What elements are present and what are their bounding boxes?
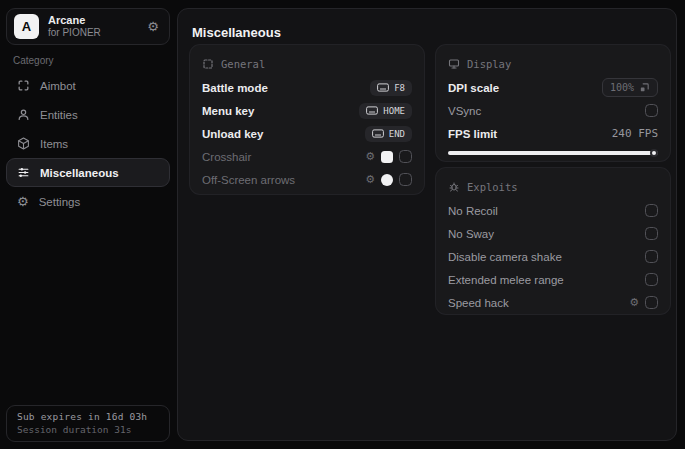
page-title: Miscellaneous <box>192 25 281 40</box>
display-header: Display <box>467 58 511 70</box>
sidebar-item-miscellaneous[interactable]: Miscellaneous <box>6 158 170 187</box>
menu-key-keybind[interactable]: HOME <box>359 103 412 119</box>
fps-slider-knob[interactable] <box>650 149 658 157</box>
keyboard-icon <box>372 129 384 138</box>
speed-hack-checkbox[interactable] <box>645 296 658 309</box>
unload-key-row: Unload key END <box>202 122 412 145</box>
display-card: Display DPI scale 100% VSync FPS limit 2… <box>436 45 670 161</box>
monitor-icon <box>448 58 460 70</box>
crosshair-color-swatch[interactable] <box>381 151 393 163</box>
crosshair-checkbox[interactable] <box>399 150 412 163</box>
exploits-header: Exploits <box>467 181 518 193</box>
keyboard-icon <box>377 83 389 92</box>
box-icon <box>17 137 30 150</box>
sidebar-nav: Aimbot Entities Items <box>6 71 170 216</box>
general-card: General Battle mode F8 Menu key <box>190 45 424 194</box>
fps-limit-row: FPS limit 240 FPS <box>448 122 658 145</box>
crosshair-settings-gear-icon[interactable]: ⚙ <box>365 151 375 162</box>
dpi-scale-label: DPI scale <box>448 82 596 94</box>
bug-icon <box>448 181 460 193</box>
sidebar-item-label: Miscellaneous <box>40 167 119 179</box>
offscreen-arrows-settings-gear-icon[interactable]: ⚙ <box>365 174 375 185</box>
disable-camera-shake-row: Disable camera shake <box>448 245 658 268</box>
offscreen-arrows-label: Off-Screen arrows <box>202 174 359 186</box>
sidebar-item-label: Entities <box>40 109 78 121</box>
no-sway-row: No Sway <box>448 222 658 245</box>
menu-key-row: Menu key HOME <box>202 99 412 122</box>
sub-expiry-text: Sub expires in 16d 03h <box>17 411 159 422</box>
extended-melee-range-checkbox[interactable] <box>645 273 658 286</box>
no-recoil-checkbox[interactable] <box>645 204 658 217</box>
logo-card: A Arcane for PIONER ⚙ <box>6 8 170 45</box>
offscreen-arrows-row: Off-Screen arrows ⚙ <box>202 168 412 191</box>
dpi-scale-row: DPI scale 100% <box>448 76 658 99</box>
unload-key-keybind[interactable]: END <box>365 126 412 142</box>
offscreen-arrows-color-swatch[interactable] <box>381 174 393 186</box>
menu-key-label: Menu key <box>202 105 353 117</box>
extended-melee-range-label: Extended melee range <box>448 274 639 286</box>
sidebar-item-settings[interactable]: ⚙ Settings <box>6 187 170 216</box>
gear-icon: ⚙ <box>17 195 29 208</box>
offscreen-arrows-checkbox[interactable] <box>399 173 412 186</box>
general-header: General <box>221 58 265 70</box>
no-sway-checkbox[interactable] <box>645 227 658 240</box>
no-recoil-row: No Recoil <box>448 199 658 222</box>
vsync-row: VSync <box>448 99 658 122</box>
app-title: Arcane <box>48 14 138 27</box>
vsync-checkbox[interactable] <box>645 104 658 117</box>
keyboard-icon <box>366 106 378 115</box>
fps-limit-value: 240 FPS <box>612 127 658 140</box>
battle-mode-row: Battle mode F8 <box>202 76 412 99</box>
speed-hack-label: Speed hack <box>448 297 623 309</box>
category-label: Category <box>13 55 54 66</box>
fps-limit-slider[interactable] <box>448 151 658 155</box>
settings-gear-icon[interactable]: ⚙ <box>147 20 159 33</box>
sliders-icon <box>17 166 30 179</box>
no-recoil-label: No Recoil <box>448 205 639 217</box>
scale-icon <box>639 82 650 93</box>
dashed-square-icon <box>202 58 214 70</box>
dpi-scale-select[interactable]: 100% <box>602 78 658 97</box>
sidebar-item-label: Items <box>40 138 68 150</box>
app-subtitle: for PIONER <box>48 27 138 39</box>
sidebar-item-label: Settings <box>39 196 81 208</box>
person-icon <box>17 108 30 121</box>
exploits-card: Exploits No Recoil No Sway Disable camer… <box>436 168 670 314</box>
speed-hack-settings-gear-icon[interactable]: ⚙ <box>629 297 639 308</box>
sidebar-item-label: Aimbot <box>40 80 76 92</box>
speed-hack-row: Speed hack ⚙ <box>448 291 658 314</box>
disable-camera-shake-label: Disable camera shake <box>448 251 639 263</box>
main-panel: Miscellaneous General Battle mode F8 <box>177 8 677 441</box>
session-duration-text: Session duration 31s <box>17 424 159 435</box>
sidebar-item-aimbot[interactable]: Aimbot <box>6 71 170 100</box>
battle-mode-keybind[interactable]: F8 <box>370 80 412 96</box>
no-sway-label: No Sway <box>448 228 639 240</box>
sidebar-item-entities[interactable]: Entities <box>6 100 170 129</box>
subscription-info-card: Sub expires in 16d 03h Session duration … <box>6 405 170 442</box>
scan-icon <box>17 79 30 92</box>
unload-key-label: Unload key <box>202 128 359 140</box>
crosshair-row: Crosshair ⚙ <box>202 145 412 168</box>
app-logo: A <box>14 14 39 39</box>
sidebar-item-items[interactable]: Items <box>6 129 170 158</box>
crosshair-label: Crosshair <box>202 151 359 163</box>
battle-mode-label: Battle mode <box>202 82 364 94</box>
sidebar: A Arcane for PIONER ⚙ Category Aimbot En <box>0 0 177 449</box>
extended-melee-range-row: Extended melee range <box>448 268 658 291</box>
fps-limit-label: FPS limit <box>448 128 606 140</box>
vsync-label: VSync <box>448 105 639 117</box>
fps-slider-fill <box>448 151 658 155</box>
disable-camera-shake-checkbox[interactable] <box>645 250 658 263</box>
